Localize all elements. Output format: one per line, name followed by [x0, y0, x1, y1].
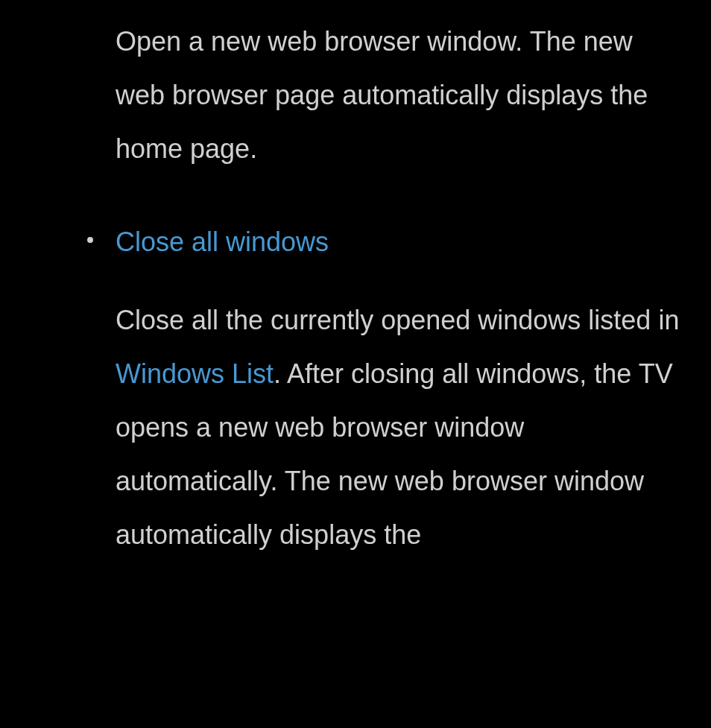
close-windows-description: Close all the currently opened windows l… [116, 294, 681, 562]
windows-list-link[interactable]: Windows List [116, 358, 274, 389]
description-text: Open a new web browser window. The new w… [116, 26, 648, 164]
bullet-icon [87, 237, 93, 243]
section-close-all-windows: Close all windows Close all the currentl… [116, 227, 681, 562]
description-part1: Close all the currently opened windows l… [116, 305, 679, 335]
document-content: Open a new web browser window. The new w… [0, 15, 711, 562]
section-open-window-description: Open a new web browser window. The new w… [116, 15, 681, 176]
close-all-windows-heading[interactable]: Close all windows [116, 227, 329, 258]
